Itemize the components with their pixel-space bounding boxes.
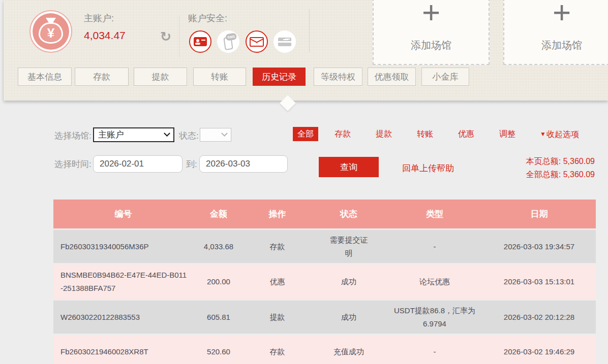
filter-type-transfer[interactable]: 转账 bbox=[417, 127, 433, 141]
all-total: 全部总额: 5,360.09 bbox=[526, 168, 595, 181]
col-header-type: 类型 bbox=[387, 200, 482, 228]
account-history-page: { "colors": { "accent_red": "#d5281b", "… bbox=[0, 0, 608, 364]
filter-type-adjust[interactable]: 调整 bbox=[499, 127, 515, 141]
page-total: 本页总额: 5,360.09 bbox=[526, 155, 595, 168]
phone-icon: SMS bbox=[223, 37, 233, 50]
bank-card-security-icon[interactable] bbox=[273, 30, 296, 53]
to-label: 到: bbox=[186, 158, 197, 170]
tab-vault[interactable]: 小金库 bbox=[421, 68, 469, 86]
cell-date: 2026-03-02 19:46:29 bbox=[482, 335, 596, 364]
cell-date: 2026-03-03 19:34:57 bbox=[482, 230, 596, 263]
plus-icon: + bbox=[374, 0, 489, 25]
tab-level-privilege[interactable]: 等级特权 bbox=[314, 68, 362, 86]
cell-type: - bbox=[387, 230, 482, 263]
cell-type: 论坛优惠 bbox=[387, 264, 482, 299]
triangle-down-icon: ▼ bbox=[540, 127, 546, 141]
tab-basic-info[interactable]: 基本信息 bbox=[18, 68, 72, 86]
id-card-icon bbox=[194, 37, 207, 46]
cell-type: - bbox=[387, 335, 482, 364]
cell-id: Fb26030319340056M36P bbox=[53, 230, 193, 263]
venue-select-label: 选择场馆: bbox=[54, 130, 92, 142]
account-security-label: 账户安全: bbox=[188, 12, 227, 24]
cell-id: BNSMBE0B94B62-E47E-44ED-B011-251388BFA75… bbox=[53, 264, 193, 299]
cell-amount: 605.81 bbox=[193, 301, 244, 334]
col-header-date: 日期 bbox=[482, 200, 596, 228]
totals: 本页总额: 5,360.09 全部总额: 5,360.09 bbox=[526, 155, 595, 181]
main-account-label: 主账户: bbox=[84, 12, 114, 24]
status-select-label: 状态: bbox=[179, 130, 199, 142]
refresh-balance-icon[interactable]: ↻ bbox=[158, 29, 173, 45]
cell-status: 需要提交证明 bbox=[311, 230, 387, 263]
table-header-row: 编号 金额 操作 状态 类型 日期 bbox=[53, 200, 596, 228]
cell-action: 存款 bbox=[244, 335, 311, 364]
add-venue-card-1[interactable]: + 添加场馆 bbox=[373, 0, 490, 65]
cell-amount: 200.00 bbox=[193, 264, 244, 299]
date-to-input[interactable] bbox=[199, 155, 288, 173]
yen-symbol: ¥ bbox=[47, 26, 54, 40]
tab-promo-claim[interactable]: 优惠领取 bbox=[368, 68, 416, 86]
cell-date: 2026-03-03 15:13:01 bbox=[482, 264, 596, 299]
cell-status: 成功 bbox=[311, 264, 387, 299]
cell-action: 提款 bbox=[244, 301, 311, 334]
col-header-status: 状态 bbox=[311, 200, 387, 228]
receipt-upload-help-link[interactable]: 回单上传帮助 bbox=[402, 162, 454, 174]
status-select[interactable] bbox=[200, 128, 231, 142]
col-header-amount: 金额 bbox=[193, 200, 244, 228]
history-table: 编号 金额 操作 状态 类型 日期 Fb26030319340056M36P 4… bbox=[53, 200, 596, 364]
cell-status: 成功 bbox=[311, 301, 387, 334]
money-bag-icon: ¥ bbox=[29, 10, 72, 53]
add-venue-label: 添加场馆 bbox=[504, 39, 608, 52]
table-row: W26030220122883553 605.81 提款 成功 USDT提款86… bbox=[53, 301, 596, 334]
date-from-input[interactable] bbox=[93, 155, 183, 173]
table-row: BNSMBE0B94B62-E47E-44ED-B011-251388BFA75… bbox=[53, 264, 596, 299]
cell-id: W26030220122883553 bbox=[53, 301, 193, 334]
cell-id: Fb26030219460028XR8T bbox=[53, 335, 193, 364]
cell-type: USDT提款86.8，汇率为6.9794 bbox=[387, 301, 482, 334]
col-header-action: 操作 bbox=[244, 200, 311, 228]
filter-type-promo[interactable]: 优惠 bbox=[458, 127, 474, 141]
cell-amount: 4,033.68 bbox=[193, 230, 244, 263]
id-card-security-icon[interactable] bbox=[189, 30, 211, 53]
page-total-value: 5,360.09 bbox=[563, 157, 595, 166]
filter-type-withdraw[interactable]: 提款 bbox=[376, 127, 392, 141]
chevron-down-icon bbox=[221, 130, 228, 137]
envelope-icon bbox=[250, 37, 264, 47]
all-total-value: 5,360.09 bbox=[563, 170, 595, 179]
col-header-id: 编号 bbox=[53, 200, 193, 228]
tab-deposit[interactable]: 存款 bbox=[75, 68, 129, 86]
sms-bubble-icon: SMS bbox=[225, 32, 237, 41]
search-button[interactable]: 查询 bbox=[319, 157, 379, 177]
filter-type-all[interactable]: 全部 bbox=[293, 127, 318, 141]
tab-withdraw[interactable]: 提款 bbox=[134, 68, 187, 86]
table-row: Fb26030219460028XR8T 520.60 存款 充值成功 - 20… bbox=[53, 335, 596, 364]
tab-transfer[interactable]: 转账 bbox=[193, 68, 246, 86]
sms-security-icon[interactable]: SMS bbox=[217, 30, 239, 53]
cell-action: 优惠 bbox=[244, 264, 311, 299]
account-balance: 4,034.47 bbox=[84, 29, 126, 42]
bank-card-icon bbox=[278, 38, 291, 46]
divider bbox=[179, 15, 179, 57]
collapse-options-link[interactable]: ▼收起选项 bbox=[540, 127, 579, 141]
filter-type-deposit[interactable]: 存款 bbox=[335, 127, 351, 141]
cell-status: 充值成功 bbox=[311, 335, 387, 364]
venue-select[interactable]: 主账户 bbox=[93, 127, 174, 142]
cell-amount: 520.60 bbox=[193, 335, 244, 364]
time-range-label: 选择时间: bbox=[54, 158, 92, 170]
table-row: Fb26030319340056M36P 4,033.68 存款 需要提交证明 … bbox=[53, 230, 596, 263]
venue-select-value: 主账户 bbox=[98, 129, 124, 141]
plus-icon: + bbox=[504, 0, 608, 25]
account-header-panel: ¥ 主账户: 4,034.47 ↻ 账户安全: SMS 基本信息 存款 提款 转… bbox=[4, 0, 608, 101]
add-venue-card-2[interactable]: + 添加场馆 bbox=[503, 0, 608, 65]
cell-date: 2026-03-02 20:12:28 bbox=[482, 301, 596, 334]
cell-action: 存款 bbox=[244, 230, 311, 263]
divider bbox=[309, 9, 310, 52]
add-venue-label: 添加场馆 bbox=[374, 39, 489, 52]
tab-history[interactable]: 历史记录 bbox=[253, 68, 306, 86]
chevron-down-icon bbox=[164, 130, 170, 137]
email-security-icon[interactable] bbox=[246, 30, 268, 53]
